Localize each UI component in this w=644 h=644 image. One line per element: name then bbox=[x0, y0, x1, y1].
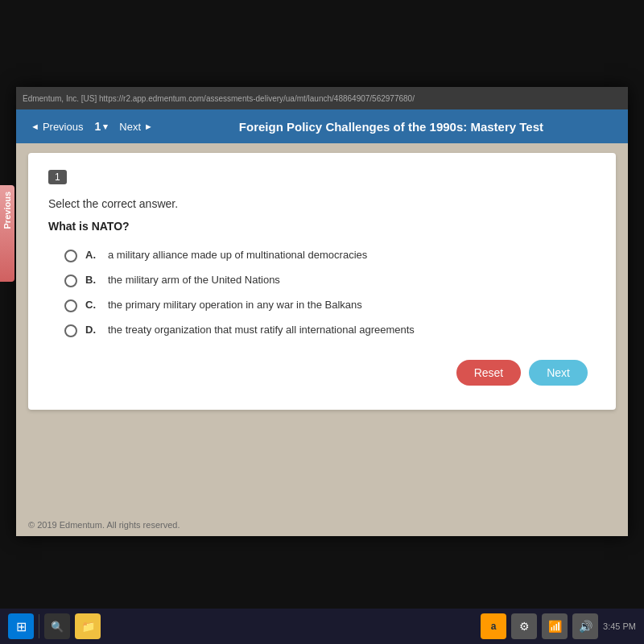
previous-button[interactable]: ◄ Previous bbox=[26, 118, 88, 136]
previous-arrow-icon: ◄ bbox=[31, 122, 39, 131]
question-number-selector[interactable]: 1 ▾ bbox=[94, 120, 108, 133]
copyright-text: © 2019 Edmentum. All rights reserved. bbox=[28, 520, 180, 530]
footer: © 2019 Edmentum. All rights reserved. bbox=[16, 514, 628, 536]
next-arrow-icon: ► bbox=[144, 122, 153, 131]
answer-text-b: the military arm of the United Nations bbox=[108, 274, 280, 286]
reset-button[interactable]: Reset bbox=[456, 360, 522, 386]
main-content: 1 Select the correct answer. What is NAT… bbox=[16, 143, 628, 514]
question-number-display: 1 bbox=[94, 120, 101, 133]
nav-bar: ◄ Previous 1 ▾ Next ► Foreign Policy Cha… bbox=[16, 109, 628, 143]
answer-text-c: the primary military operation in any wa… bbox=[108, 299, 362, 311]
question-text: What is NATO? bbox=[48, 220, 596, 233]
answer-letter-b: B. bbox=[85, 274, 100, 286]
answer-letter-c: C. bbox=[85, 299, 100, 311]
next-nav-button[interactable]: Next ► bbox=[114, 118, 158, 136]
taskbar-start-icon[interactable]: ⊞ bbox=[8, 613, 34, 639]
radio-a[interactable] bbox=[64, 250, 77, 262]
dropdown-icon: ▾ bbox=[103, 122, 108, 132]
taskbar-folder-icon[interactable]: 📁 bbox=[75, 613, 101, 639]
taskbar-amazon-icon[interactable]: a bbox=[481, 613, 506, 639]
previous-button-label: Previous bbox=[43, 121, 84, 133]
instruction-text: Select the correct answer. bbox=[48, 197, 596, 210]
answer-letter-d: D. bbox=[85, 324, 100, 336]
answer-letter-a: A. bbox=[85, 249, 100, 261]
taskbar-search-icon[interactable]: 🔍 bbox=[44, 613, 70, 639]
browser-bar: Edmentum, Inc. [US] https://r2.app.edmen… bbox=[16, 87, 628, 109]
answer-option-d[interactable]: D. the treaty organization that must rat… bbox=[64, 324, 596, 337]
answer-option-a[interactable]: A. a military alliance made up of multin… bbox=[64, 249, 596, 262]
answer-option-c[interactable]: C. the primary military operation in any… bbox=[64, 299, 596, 312]
question-number-badge: 1 bbox=[48, 170, 67, 184]
radio-d[interactable] bbox=[64, 324, 77, 337]
url-text: Edmentum, Inc. [US] https://r2.app.edmen… bbox=[23, 94, 415, 103]
answer-option-b[interactable]: B. the military arm of the United Nation… bbox=[64, 274, 596, 287]
question-card: 1 Select the correct answer. What is NAT… bbox=[28, 153, 616, 410]
page-title: Foreign Policy Challenges of the 1990s: … bbox=[164, 120, 618, 134]
answer-text-d: the treaty organization that must ratify… bbox=[108, 324, 415, 336]
answer-options: A. a military alliance made up of multin… bbox=[64, 249, 596, 337]
radio-b[interactable] bbox=[64, 275, 77, 287]
taskbar-volume-icon[interactable]: 🔊 bbox=[572, 613, 598, 639]
taskbar-time: 3:45 PM bbox=[603, 621, 636, 631]
next-button[interactable]: Next bbox=[529, 360, 588, 386]
taskbar-settings-icon[interactable]: ⚙ bbox=[511, 613, 537, 639]
next-nav-label: Next bbox=[119, 121, 141, 133]
previous-label: Previous bbox=[0, 185, 14, 235]
radio-c[interactable] bbox=[64, 299, 77, 312]
taskbar-network-icon[interactable]: 📶 bbox=[542, 613, 568, 639]
previous-tab[interactable]: Previous bbox=[0, 185, 14, 282]
taskbar: ⊞ 🔍 📁 a ⚙ 📶 🔊 3:45 PM bbox=[0, 609, 644, 644]
buttons-row: Reset Next bbox=[48, 360, 596, 386]
answer-text-a: a military alliance made up of multinati… bbox=[108, 249, 367, 261]
